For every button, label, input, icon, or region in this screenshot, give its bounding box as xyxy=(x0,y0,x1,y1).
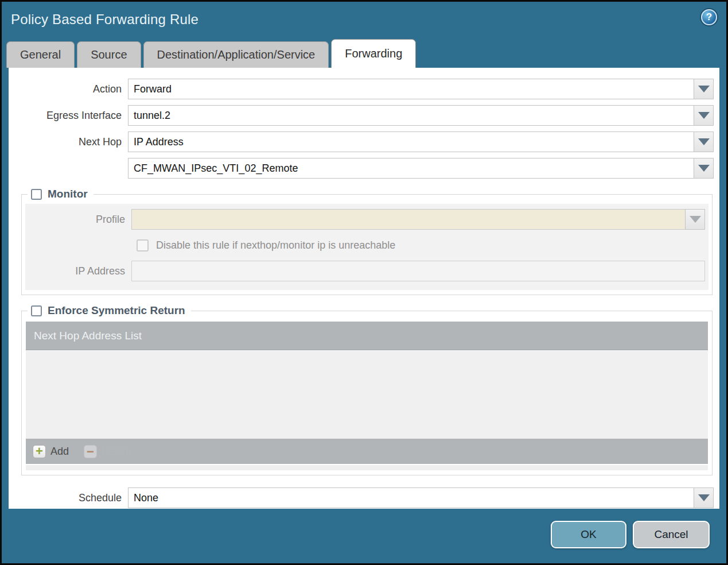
tab-forwarding[interactable]: Forwarding xyxy=(331,39,416,68)
next-hop-type-value: IP Address xyxy=(134,136,184,148)
symmetric-return-legend: Enforce Symmetric Return xyxy=(28,304,191,317)
next-hop-address-list-header: Next Hop Address List xyxy=(26,322,708,350)
tab-destination-application-service[interactable]: Destination/Application/Service xyxy=(143,41,329,68)
help-icon[interactable]: ? xyxy=(701,9,717,25)
ok-button[interactable]: OK xyxy=(551,521,626,548)
minus-icon-glyph: − xyxy=(87,446,94,457)
monitor-ip-label: IP Address xyxy=(25,265,131,277)
tab-source[interactable]: Source xyxy=(77,41,141,68)
plus-icon-glyph: + xyxy=(36,446,43,457)
next-hop-address-dropdown-button[interactable] xyxy=(694,158,714,179)
next-hop-address-value: CF_MWAN_IPsec_VTI_02_Remote xyxy=(134,162,298,175)
chevron-down-icon xyxy=(698,138,710,145)
disable-rule-label: Disable this rule if nexthop/monitor ip … xyxy=(156,239,395,251)
cancel-button-label: Cancel xyxy=(654,528,688,541)
help-icon-glyph: ? xyxy=(706,11,712,23)
schedule-value: None xyxy=(134,492,158,504)
action-row: Action Forward xyxy=(9,79,714,99)
action-value: Forward xyxy=(134,83,172,95)
egress-interface-label: Egress Interface xyxy=(9,110,128,122)
symmetric-return-section: Enforce Symmetric Return Next Hop Addres… xyxy=(21,304,713,475)
disable-rule-checkbox xyxy=(137,239,149,251)
egress-interface-dropdown-button[interactable] xyxy=(694,105,714,126)
plus-icon: + xyxy=(33,445,46,458)
add-button[interactable]: + Add xyxy=(33,445,69,458)
schedule-dropdown-button[interactable] xyxy=(694,487,714,508)
next-hop-address-list-toolbar: + Add − Delete xyxy=(26,439,708,464)
schedule-row: Schedule None xyxy=(9,487,714,508)
monitor-legend: Monitor xyxy=(28,188,94,200)
delete-button-label: Delete xyxy=(102,446,131,458)
egress-interface-row: Egress Interface tunnel.2 xyxy=(9,105,714,126)
table-scrollbar-track xyxy=(26,465,708,470)
tab-bar: General Source Destination/Application/S… xyxy=(2,37,726,68)
ok-button-label: OK xyxy=(581,528,596,541)
profile-dropdown-button xyxy=(685,209,705,230)
next-hop-address-dropdown[interactable]: CF_MWAN_IPsec_VTI_02_Remote xyxy=(128,158,694,179)
chevron-down-icon xyxy=(698,112,710,119)
schedule-dropdown[interactable]: None xyxy=(128,487,694,508)
delete-button: − Delete xyxy=(84,445,131,458)
cancel-button[interactable]: Cancel xyxy=(633,521,710,548)
tab-destination-label: Destination/Application/Service xyxy=(157,48,316,61)
next-hop-address-list-body xyxy=(26,350,708,439)
chevron-down-icon xyxy=(698,494,710,501)
dialog-title: Policy Based Forwarding Rule xyxy=(11,11,198,28)
chevron-down-icon xyxy=(690,216,701,223)
egress-interface-dropdown[interactable]: tunnel.2 xyxy=(128,105,694,126)
chevron-down-icon xyxy=(698,165,710,172)
monitor-section: Monitor Profile Disable this rule if nex… xyxy=(21,188,713,295)
tab-source-label: Source xyxy=(91,48,127,61)
monitor-legend-label: Monitor xyxy=(48,188,88,200)
tab-forwarding-label: Forwarding xyxy=(345,47,402,60)
disable-rule-row: Disable this rule if nexthop/monitor ip … xyxy=(137,237,708,254)
action-dropdown[interactable]: Forward xyxy=(128,79,694,99)
forwarding-tab-panel: Action Forward Egress Interface tunnel.2 xyxy=(9,68,719,509)
tab-general-label: General xyxy=(20,48,61,61)
monitor-checkbox[interactable] xyxy=(31,189,42,200)
next-hop-type-dropdown[interactable]: IP Address xyxy=(128,131,694,152)
next-hop-label: Next Hop xyxy=(9,136,128,148)
next-hop-address-list-header-label: Next Hop Address List xyxy=(34,330,142,342)
dialog-titlebar: Policy Based Forwarding Rule ? xyxy=(2,2,726,37)
next-hop-row: Next Hop IP Address xyxy=(9,131,714,152)
profile-label: Profile xyxy=(25,214,131,226)
add-button-label: Add xyxy=(50,446,69,458)
tab-general[interactable]: General xyxy=(6,41,75,68)
next-hop-address-row: CF_MWAN_IPsec_VTI_02_Remote xyxy=(9,158,714,179)
egress-interface-value: tunnel.2 xyxy=(134,110,170,122)
action-label: Action xyxy=(9,83,128,95)
pbf-rule-dialog: Policy Based Forwarding Rule ? General S… xyxy=(0,0,728,565)
next-hop-address-table: Next Hop Address List + Add − Delete xyxy=(26,322,708,470)
next-hop-type-dropdown-button[interactable] xyxy=(694,131,714,152)
symmetric-return-checkbox[interactable] xyxy=(31,305,42,316)
profile-dropdown xyxy=(131,209,685,230)
monitor-ip-row: IP Address xyxy=(25,261,705,281)
action-dropdown-button[interactable] xyxy=(694,79,714,99)
schedule-label: Schedule xyxy=(9,492,128,504)
profile-row: Profile xyxy=(25,209,705,230)
symmetric-return-legend-label: Enforce Symmetric Return xyxy=(48,304,185,317)
monitor-panel: Profile Disable this rule if nexthop/mon… xyxy=(25,204,708,290)
minus-icon: − xyxy=(84,445,97,458)
monitor-ip-input xyxy=(131,261,705,281)
chevron-down-icon xyxy=(698,86,710,92)
dialog-action-buttons: OK Cancel xyxy=(551,521,710,548)
